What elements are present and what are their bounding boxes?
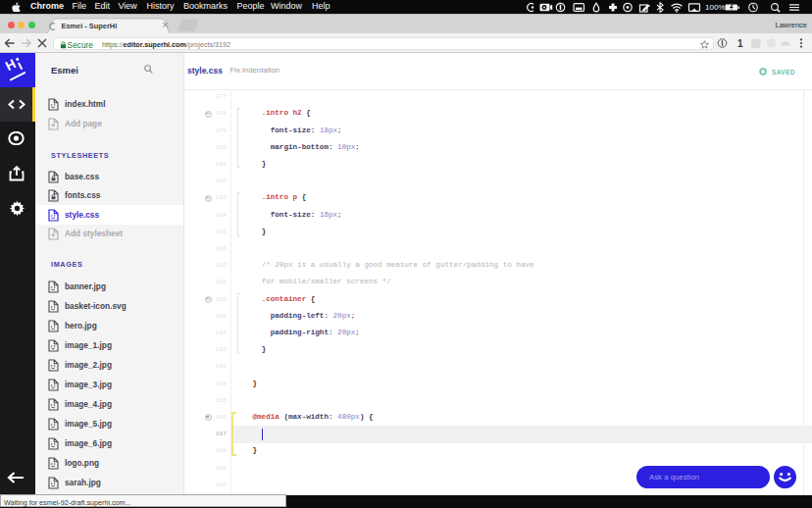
svg-text:100%: 100% [705,3,725,12]
svg-text:1: 1 [737,38,743,49]
